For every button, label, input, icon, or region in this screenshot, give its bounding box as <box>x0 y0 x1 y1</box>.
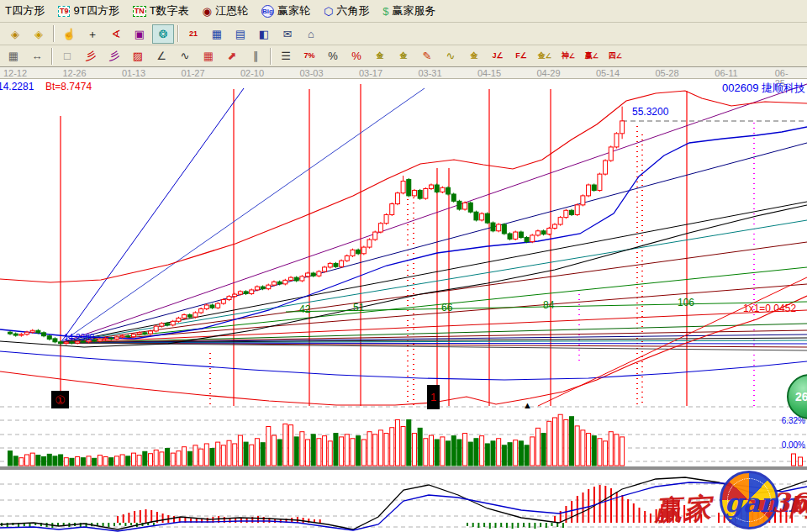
volume-bar <box>351 439 355 466</box>
crosshair-icon[interactable]: ＋ <box>82 24 103 44</box>
volume-bar <box>227 440 231 466</box>
calculator-icon[interactable]: ▦ <box>206 24 228 44</box>
gann-fan-icon[interactable]: 彡 <box>80 46 102 66</box>
shen-angle-icon[interactable]: 神∠ <box>557 46 579 66</box>
percent-icon[interactable]: % <box>322 46 344 66</box>
drawing-toolbar: ▦↔□彡彡▨∠∿▦⬈∥☰7%%%金金✎∿金J∠F∠金∠神∠赢∠四∠ <box>0 45 807 67</box>
gann-chart-app: T四方形T99T四方形TNT数字表◉江恩轮Big赢家轮⬡六角形$赢家服务 ◈◈☝… <box>0 0 807 532</box>
candle <box>193 313 198 317</box>
candle <box>525 237 529 241</box>
gann-fan-box-icon[interactable]: 彡 <box>103 46 125 66</box>
candle <box>266 285 271 289</box>
parallel-lines-icon[interactable]: ∥ <box>245 46 266 66</box>
calendar-icon-glyph: 21 <box>189 29 198 40</box>
angle-tool-icon[interactable]: ∢ <box>105 24 127 44</box>
gold-underline-icon[interactable]: 金 <box>463 46 485 66</box>
angle-lines-icon[interactable]: ∠ <box>150 46 172 66</box>
gann-grid-fan-icon[interactable]: ▨ <box>127 46 149 66</box>
gann-square-alt-icon[interactable]: ◈ <box>28 24 50 44</box>
volume-bar <box>81 458 85 466</box>
candle <box>47 336 51 340</box>
volume-bar <box>390 428 394 466</box>
volume-bar <box>547 421 551 466</box>
menu-t-square[interactable]: T四方形 <box>5 3 45 18</box>
menu-9t-square-icon: T9 <box>58 6 71 17</box>
volume-bar <box>592 436 596 466</box>
notes-icon[interactable]: ▤ <box>229 24 251 44</box>
si-angle-icon[interactable]: 四∠ <box>604 46 626 66</box>
candle <box>199 308 203 313</box>
percent-lines-icon[interactable]: % <box>345 46 367 66</box>
brush-icon[interactable]: ✎ <box>416 46 438 66</box>
volume-bar <box>514 440 518 466</box>
date-tick: 03-03 <box>299 68 323 78</box>
gann-square-alt-icon-glyph: ◈ <box>34 29 43 40</box>
candle <box>306 273 310 277</box>
gold-angle-icon[interactable]: 金∠ <box>534 46 556 66</box>
gold-wave-icon[interactable]: ∿ <box>440 46 462 66</box>
grid-arrow-icon[interactable]: ⬈ <box>221 46 243 66</box>
box-tool-icon[interactable]: □ <box>56 46 78 66</box>
candle <box>351 250 355 255</box>
hand-tool-icon[interactable]: ☝ <box>58 24 80 44</box>
measure-icon[interactable]: ↔ <box>26 46 48 66</box>
win-angle-icon[interactable]: 赢∠ <box>581 46 603 66</box>
menu-9t-square[interactable]: T99T四方形 <box>58 3 119 18</box>
grid-icon[interactable]: ▦ <box>198 46 219 66</box>
volume-bar <box>378 430 382 466</box>
candle <box>373 232 377 240</box>
symbol-label: 002609 捷顺科技 <box>722 81 805 96</box>
gold-lines-icon[interactable]: 金 <box>393 46 414 66</box>
f-angle-icon[interactable]: F∠ <box>510 46 532 66</box>
volume-bar <box>564 419 568 466</box>
menu-gann-wheel[interactable]: ◉江恩轮 <box>203 3 248 18</box>
candle <box>570 210 574 214</box>
price-levels-icon[interactable]: ☰ <box>275 46 297 66</box>
menu-9t-square-label: 9T四方形 <box>73 3 119 18</box>
menu-gann-wheel-label: 江恩轮 <box>215 3 248 18</box>
volume-bar <box>480 436 484 466</box>
volume-bar <box>53 456 57 466</box>
volume-bar <box>446 441 451 466</box>
date-tick: 06-11 <box>715 68 737 78</box>
candle <box>535 231 540 235</box>
brain-icon[interactable]: ❂ <box>152 24 174 44</box>
volume-bar <box>799 457 803 466</box>
candle <box>491 223 495 231</box>
gann-shape-icon[interactable]: ▣ <box>129 24 150 44</box>
ruler-icon[interactable]: ▦ <box>3 46 24 66</box>
j-angle-icon[interactable]: J∠ <box>487 46 509 66</box>
menu-t-table[interactable]: TNT数字表 <box>133 3 189 18</box>
save-icon[interactable]: ◧ <box>253 24 275 44</box>
volume-bar <box>340 437 344 466</box>
gann-square-icon[interactable]: ◈ <box>4 24 26 44</box>
candle <box>345 255 349 261</box>
candle <box>137 333 141 334</box>
toolbar-separator <box>270 48 272 65</box>
candle <box>13 334 18 335</box>
candle <box>64 342 68 344</box>
send-icon[interactable]: ✉ <box>277 24 298 44</box>
calendar-icon[interactable]: 21 <box>182 24 204 44</box>
menu-winner-wheel-icon: Big <box>261 5 274 18</box>
candle <box>154 326 158 331</box>
menu-hexagon[interactable]: ⬡六角形 <box>324 3 369 18</box>
candle <box>340 261 344 266</box>
volume-bar <box>266 427 271 466</box>
volume-bar <box>519 441 523 466</box>
candle <box>328 263 332 267</box>
gold-coin-icon[interactable]: 金 <box>369 46 391 66</box>
volume-bar <box>311 435 315 466</box>
win-angle-icon-glyph: 赢∠ <box>585 50 599 61</box>
candle <box>367 240 372 247</box>
wave-icon[interactable]: ∿ <box>174 46 196 66</box>
candle <box>378 224 382 232</box>
candle <box>604 161 608 174</box>
menu-winner-service[interactable]: $赢家服务 <box>382 3 435 18</box>
menu-winner-wheel[interactable]: Big赢家轮 <box>261 3 310 18</box>
candle <box>390 204 394 215</box>
date-tick: 04-29 <box>536 68 560 78</box>
percent-seven-icon[interactable]: 7% <box>298 46 320 66</box>
volume-bar <box>42 456 46 466</box>
computer-icon[interactable]: ⌂ <box>300 24 322 44</box>
